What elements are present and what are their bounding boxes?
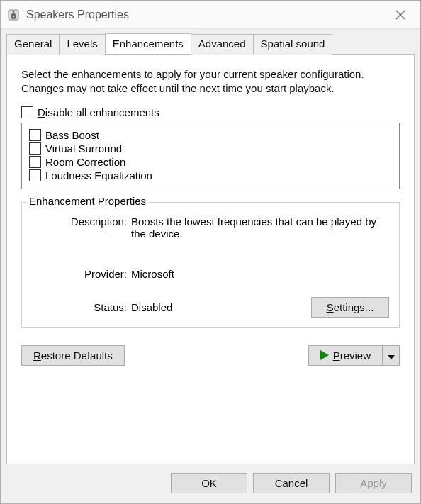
virtual-surround-checkbox[interactable]: [29, 142, 41, 155]
svg-marker-7: [388, 355, 395, 359]
window-title: Speakers Properties: [26, 9, 129, 21]
enhancements-list: Bass Boost Virtual Surround Room Correct…: [21, 123, 400, 189]
cancel-button[interactable]: Cancel: [253, 473, 330, 493]
enhancements-panel: Select the enhancements to apply for you…: [6, 54, 415, 464]
disable-all-checkbox[interactable]: [21, 106, 33, 118]
speaker-icon: [6, 8, 21, 22]
tab-spatial-sound[interactable]: Spatial sound: [253, 34, 333, 55]
list-item: Room Correction: [29, 156, 392, 168]
close-icon[interactable]: [386, 1, 415, 29]
provider-label: Provider:: [32, 268, 131, 280]
tab-levels[interactable]: Levels: [59, 34, 105, 55]
room-correction-label[interactable]: Room Correction: [45, 156, 125, 168]
content-area: General Levels Enhancements Advanced Spa…: [1, 29, 420, 464]
panel-actions: Restore Defaults Preview: [21, 328, 400, 366]
tab-advanced[interactable]: Advanced: [191, 34, 254, 55]
bass-boost-checkbox[interactable]: [29, 129, 41, 141]
tab-strip: General Levels Enhancements Advanced Spa…: [6, 33, 415, 54]
list-item: Virtual Surround: [29, 142, 392, 155]
intro-text: Select the enhancements to apply for you…: [21, 67, 400, 96]
list-item: Bass Boost: [29, 129, 392, 141]
apply-button[interactable]: Apply: [335, 473, 412, 493]
tab-enhancements[interactable]: Enhancements: [105, 33, 191, 54]
status-label: Status:: [32, 301, 131, 313]
svg-point-3: [13, 11, 15, 13]
preview-button[interactable]: Preview: [308, 345, 383, 366]
titlebar[interactable]: Speakers Properties: [1, 1, 420, 29]
loudness-eq-checkbox[interactable]: [29, 169, 41, 181]
provider-row: Provider: Microsoft: [32, 268, 389, 280]
list-item: Loudness Equalization: [29, 169, 392, 181]
dialog-buttons: OK Cancel Apply: [1, 464, 420, 503]
speakers-properties-window: Speakers Properties General Levels Enhan…: [0, 0, 421, 504]
bass-boost-label[interactable]: Bass Boost: [45, 129, 99, 141]
restore-defaults-button[interactable]: Restore Defaults: [21, 345, 125, 366]
tab-general[interactable]: General: [6, 34, 60, 55]
provider-value: Microsoft: [131, 268, 389, 280]
settings-button[interactable]: Settings...: [311, 297, 389, 318]
properties-legend: Enhancement Properties: [26, 195, 149, 207]
ok-button[interactable]: OK: [171, 473, 247, 493]
svg-point-2: [13, 15, 15, 17]
chevron-down-icon: [388, 349, 395, 362]
status-value: Disabled: [131, 301, 311, 313]
description-label: Description:: [32, 215, 131, 240]
description-value: Boosts the lowest frequencies that can b…: [131, 215, 389, 240]
loudness-eq-label[interactable]: Loudness Equalization: [45, 169, 152, 181]
play-icon: [320, 350, 329, 360]
virtual-surround-label[interactable]: Virtual Surround: [45, 142, 122, 155]
room-correction-checkbox[interactable]: [29, 156, 41, 168]
status-row: Status: Disabled Settings...: [32, 297, 389, 318]
preview-dropdown-button[interactable]: [383, 345, 400, 366]
description-row: Description: Boosts the lowest frequenci…: [32, 215, 389, 240]
disable-all-row: Disable all enhancements: [21, 106, 400, 118]
enhancement-properties-group: Enhancement Properties Description: Boos…: [21, 202, 400, 328]
disable-all-label[interactable]: Disable all enhancements: [38, 106, 159, 118]
preview-split-button: Preview: [308, 345, 400, 366]
svg-marker-6: [320, 350, 329, 360]
